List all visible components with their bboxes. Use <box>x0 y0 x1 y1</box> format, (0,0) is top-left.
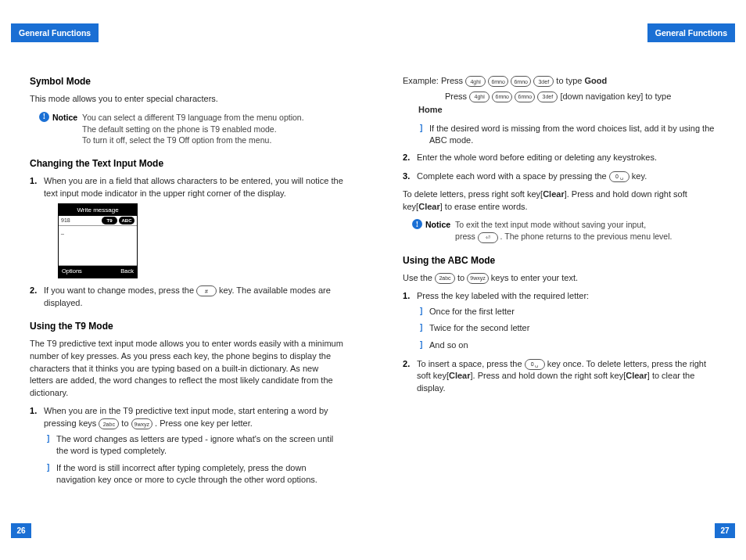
phone-textarea: _ <box>59 226 137 266</box>
phone-statusbar: 918 T9 ABC <box>59 216 137 227</box>
example-sublist: If the desired word is missing from the … <box>417 123 716 147</box>
notice-body: You can select a different T9 language f… <box>82 112 304 147</box>
t9-sub1: The word changes as letters are typed - … <box>44 433 343 458</box>
notice-label-2: ! Notice <box>412 219 450 242</box>
softkey-back: Back <box>120 267 134 276</box>
ex-pre: Example: Press <box>403 76 465 85</box>
key-2b-icon: 2abc <box>435 273 455 284</box>
key-9b-icon: 9wxyz <box>467 273 488 284</box>
ex-mid1: to type <box>556 76 584 85</box>
page-number-27: 27 <box>715 523 735 538</box>
abc-s1: Press the key labeled with the required … <box>417 291 589 300</box>
t9-indicator-icon: T9 <box>102 217 117 225</box>
abc-sub3: And so on <box>417 339 716 352</box>
key-6c-icon: 6mno <box>492 92 512 102</box>
key-9-icon: 9wxyz <box>131 418 152 429</box>
abc-step2: To insert a space, press the 0 ␣ key onc… <box>403 358 716 395</box>
page-27-content: Example: Press 4ghi 6mno 6mno 3def to ty… <box>403 75 716 395</box>
phone-charcount: 918 <box>61 217 70 224</box>
changing-step-1: When you are in a field that allows char… <box>30 175 343 278</box>
heading-changing-mode: Changing the Text Input Mode <box>30 157 343 171</box>
step1-text: When you are in a field that allows char… <box>44 176 343 198</box>
n2l1: To exit the text input mode without savi… <box>455 220 646 229</box>
s3a: Complete each word with a space by press… <box>417 171 609 181</box>
ex-sub1: If the desired word is missing from the … <box>417 123 716 147</box>
ex-good: Good <box>584 76 607 85</box>
abc-s2a: To insert a space, press the <box>417 359 525 368</box>
key-4-icon: 4ghi <box>465 76 486 87</box>
t9-steps: When you are in the T9 predictive text i… <box>30 405 343 486</box>
key-2-icon: 2abc <box>99 418 119 429</box>
abc-s2c: ]. Press and hold down the right soft ke… <box>471 371 626 380</box>
phone-titlebar: Write message <box>59 204 137 216</box>
abc-indicator-icon: ABC <box>119 217 134 225</box>
ex-mid2: [down navigation key] to type <box>560 92 671 101</box>
example-line2: Press 4ghi 6mno 6mno 3def [down navigati… <box>403 91 716 103</box>
symbol-mode-desc: This mode allows you to enter special ch… <box>30 93 343 106</box>
t9-desc: The T9 predictive text input mode allows… <box>30 338 343 399</box>
del-d: ] to erase entire words. <box>440 202 528 211</box>
header-tab-right: General Functions <box>647 23 735 42</box>
notice-body-2: To exit the text input mode without savi… <box>455 219 672 242</box>
step2-text-a: If you want to change modes, press the <box>44 285 196 295</box>
ex-press2: Press <box>445 92 469 101</box>
notice-line3: To turn it off, select the T9 Off option… <box>82 135 271 145</box>
abc-clear2: Clear <box>626 371 647 380</box>
notice-line2: The default setting on the phone is T9 e… <box>82 124 276 134</box>
t9-sublist: The word changes as letters are typed - … <box>44 433 343 486</box>
t9-s1m: to <box>119 418 131 428</box>
key-4b-icon: 4ghi <box>469 92 490 102</box>
page-26-content: Symbol Mode This mode allows you to ente… <box>30 75 343 486</box>
end-key-icon: ⏎ <box>478 232 498 243</box>
notice-icon-2: ! <box>412 219 422 229</box>
abc-sublist: Once for the first letter Twice for the … <box>417 306 716 352</box>
s3b: key. <box>629 171 647 181</box>
key-0-icon: 0 ␣ <box>609 171 629 182</box>
notice-text: Notice <box>52 112 77 124</box>
ex-home: Home <box>418 105 443 114</box>
softkey-options: Options <box>62 267 82 276</box>
abc-steps: Press the key labeled with the required … <box>403 290 716 394</box>
header-tab-left: General Functions <box>11 23 99 42</box>
changing-mode-steps: When you are in a field that allows char… <box>30 175 343 309</box>
abc-step1: Press the key labeled with the required … <box>403 290 716 351</box>
key-3-icon: 3def <box>533 76 554 87</box>
key-6-icon: 6mno <box>488 76 508 87</box>
page-27: General Functions Example: Press 4ghi 6m… <box>373 0 746 560</box>
right-steps-23: Enter the whole word before editing or d… <box>403 152 716 182</box>
changing-step-2: If you want to change modes, press the #… <box>30 285 343 309</box>
n2l2b: . The phone returns to the previous menu… <box>498 232 672 241</box>
heading-symbol-mode: Symbol Mode <box>30 75 343 88</box>
t9-s1b: . Press one key per letter. <box>152 418 253 428</box>
key-6b-icon: 6mno <box>511 76 531 87</box>
right-step2: Enter the whole word before editing or d… <box>403 152 716 164</box>
abc-mid: to <box>455 273 467 282</box>
notice-label: ! Notice <box>39 112 77 147</box>
t9-sub2: If the word is still incorrect after typ… <box>44 462 343 486</box>
abc-b: keys to enter your text. <box>489 273 578 282</box>
hash-key-icon: # <box>196 285 217 296</box>
example-block: Example: Press 4ghi 6mno 6mno 3def to ty… <box>403 75 716 88</box>
key-6d-icon: 6mno <box>515 92 535 102</box>
right-step3: Complete each word with a space by press… <box>403 171 716 183</box>
phone-indicators: T9 ABC <box>102 217 134 225</box>
key-0b-icon: 0 ␣ <box>525 359 545 370</box>
abc-a: Use the <box>403 273 435 282</box>
example-home: Home <box>403 104 716 117</box>
page-number-26: 26 <box>11 523 31 538</box>
abc-desc: Use the 2abc to 9wxyz keys to enter your… <box>403 272 716 285</box>
phone-softkeys: Options Back <box>59 266 137 278</box>
abc-sub2: Twice for the second letter <box>417 322 716 335</box>
abc-sub1: Once for the first letter <box>417 306 716 318</box>
page-26: General Functions Symbol Mode This mode … <box>0 0 373 560</box>
phone-mockup: Write message 918 T9 ABC _ Options Back <box>58 203 138 279</box>
delete-letters: To delete letters, press right soft key[… <box>403 188 716 213</box>
abc-clear1: Clear <box>449 371 471 380</box>
n2l2a: press <box>455 232 478 241</box>
manual-spread: General Functions Symbol Mode This mode … <box>0 0 746 560</box>
del-clear1: Clear <box>543 189 565 199</box>
notice-line1: You can select a different T9 language f… <box>82 113 304 122</box>
notice-t9-language: ! Notice You can select a different T9 l… <box>39 112 343 147</box>
notice-text-2: Notice <box>425 219 450 231</box>
notice-icon: ! <box>39 112 49 122</box>
